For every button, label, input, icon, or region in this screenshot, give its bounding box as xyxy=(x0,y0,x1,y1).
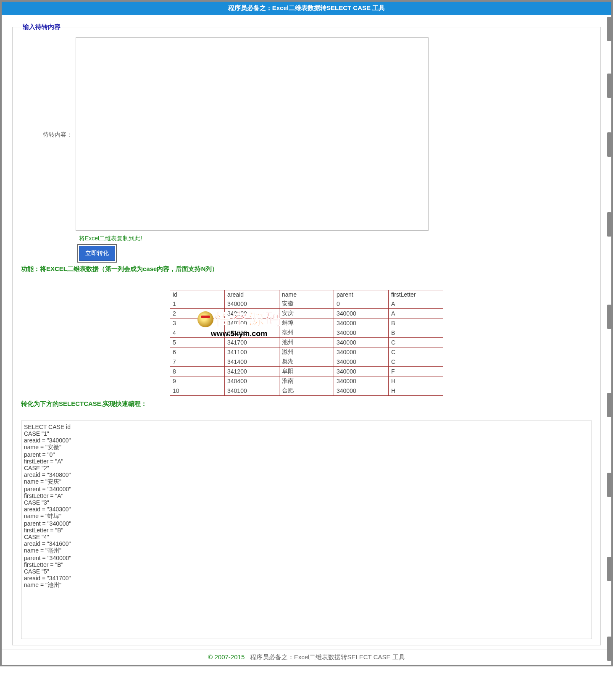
table-row: 4341600亳州340000B xyxy=(170,328,443,338)
table-cell: 淮南 xyxy=(279,376,334,386)
description-output: 转化为下方的SELECTCASE,实现快速编程： xyxy=(21,400,592,408)
footer-year: © 2007-2015 xyxy=(208,653,245,661)
scrollbar-thumb[interactable] xyxy=(607,393,611,417)
table-cell: 340800 xyxy=(225,309,279,318)
table-cell: 阜阳 xyxy=(279,367,334,376)
table-cell: A xyxy=(389,299,443,309)
table-cell: F xyxy=(389,367,443,376)
page-title: 程序员必备之：Excel二维表数据转SELECT CASE 工具 xyxy=(228,4,385,11)
table-row: 5341700池州340000C xyxy=(170,338,443,347)
hint-text: 将Excel二维表复制到此! xyxy=(79,235,592,242)
table-cell: 340000 xyxy=(334,318,389,328)
table-cell: 340000 xyxy=(334,357,389,367)
table-cell: 6 xyxy=(170,347,225,357)
table-cell: 蚌埠 xyxy=(279,318,334,328)
output-textarea[interactable] xyxy=(21,421,592,639)
fieldset-legend: 输入待转内容 xyxy=(21,23,62,31)
table-cell: 340300 xyxy=(225,318,279,328)
table-cell: 2 xyxy=(170,309,225,318)
table-cell: 341400 xyxy=(225,357,279,367)
convert-button[interactable]: 立即转化 xyxy=(79,246,115,261)
table-cell: 340000 xyxy=(334,386,389,396)
table-cell: 340000 xyxy=(334,338,389,347)
table-cell: 滁州 xyxy=(279,347,334,357)
table-row: 3340300蚌埠340000B xyxy=(170,318,443,328)
table-cell: 340100 xyxy=(225,386,279,396)
footer: © 2007-2015 程序员必备之：Excel二维表数据转SELECT CAS… xyxy=(2,650,611,665)
table-cell: areaid xyxy=(225,290,279,299)
table-cell: 1 xyxy=(170,299,225,309)
scrollbar-thumb[interactable] xyxy=(607,17,611,41)
table-cell: 0 xyxy=(334,299,389,309)
table-cell: 340000 xyxy=(334,347,389,357)
table-row: 9340400淮南340000H xyxy=(170,376,443,386)
table-cell: 安徽 xyxy=(279,299,334,309)
table-cell: 亳州 xyxy=(279,328,334,338)
table-cell: 3 xyxy=(170,318,225,328)
table-cell: C xyxy=(389,347,443,357)
table-row: 10340100合肥340000H xyxy=(170,386,443,396)
scrollbar-thumb[interactable] xyxy=(607,473,611,497)
table-cell: 340000 xyxy=(225,299,279,309)
table-row: 8341200阜阳340000F xyxy=(170,367,443,376)
scrollbar-thumb[interactable] xyxy=(607,212,611,237)
table-cell: id xyxy=(170,290,225,299)
page-title-bar: 程序员必备之：Excel二维表数据转SELECT CASE 工具 xyxy=(2,2,611,15)
example-table: idareaidnameparentfirstLetter1340000安徽0A… xyxy=(170,290,443,396)
table-cell: 合肥 xyxy=(279,386,334,396)
source-textarea[interactable] xyxy=(76,37,429,231)
table-row: idareaidnameparentfirstLetter xyxy=(170,290,443,299)
table-cell: 5 xyxy=(170,338,225,347)
table-cell: 9 xyxy=(170,376,225,386)
scrollbar-thumb[interactable] xyxy=(607,74,611,98)
main-content: 输入待转内容 待转内容： 将Excel二维表复制到此! 立即转化 功能：将EXC… xyxy=(2,15,611,650)
table-cell: 340000 xyxy=(334,309,389,318)
table-cell: 340000 xyxy=(334,376,389,386)
table-row: 6341100滁州340000C xyxy=(170,347,443,357)
table-cell: 安庆 xyxy=(279,309,334,318)
table-row: 2340800安庆340000A xyxy=(170,309,443,318)
scrollbar-thumb[interactable] xyxy=(607,132,611,157)
table-cell: 341100 xyxy=(225,347,279,357)
table-cell: 341700 xyxy=(225,338,279,347)
table-cell: parent xyxy=(334,290,389,299)
table-cell: 340400 xyxy=(225,376,279,386)
table-cell: 巢湖 xyxy=(279,357,334,367)
table-cell: A xyxy=(389,309,443,318)
table-cell: firstLetter xyxy=(389,290,443,299)
table-row: 7341400巢湖340000C xyxy=(170,357,443,367)
input-label: 待转内容： xyxy=(21,131,76,139)
table-cell: B xyxy=(389,318,443,328)
footer-text: 程序员必备之：Excel二维表数据转SELECT CASE 工具 xyxy=(250,653,405,661)
table-cell: 10 xyxy=(170,386,225,396)
table-cell: 池州 xyxy=(279,338,334,347)
table-cell: C xyxy=(389,338,443,347)
table-cell: B xyxy=(389,328,443,338)
table-cell: 341600 xyxy=(225,328,279,338)
table-cell: 7 xyxy=(170,357,225,367)
table-cell: C xyxy=(389,357,443,367)
table-cell: 341200 xyxy=(225,367,279,376)
table-cell: H xyxy=(389,386,443,396)
table-cell: 340000 xyxy=(334,328,389,338)
description-function: 功能：将EXCEL二维表数据（第一列会成为case内容，后面支持N列） xyxy=(21,265,592,273)
table-cell: H xyxy=(389,376,443,386)
scrollbar-thumb[interactable] xyxy=(607,305,611,329)
scrollbar-thumb[interactable] xyxy=(607,557,611,581)
input-fieldset: 输入待转内容 待转内容： 将Excel二维表复制到此! 立即转化 功能：将EXC… xyxy=(12,23,601,645)
table-cell: 4 xyxy=(170,328,225,338)
table-cell: 340000 xyxy=(334,367,389,376)
table-row: 1340000安徽0A xyxy=(170,299,443,309)
table-cell: 8 xyxy=(170,367,225,376)
scrollbar-thumb[interactable] xyxy=(607,637,611,661)
table-cell: name xyxy=(279,290,334,299)
